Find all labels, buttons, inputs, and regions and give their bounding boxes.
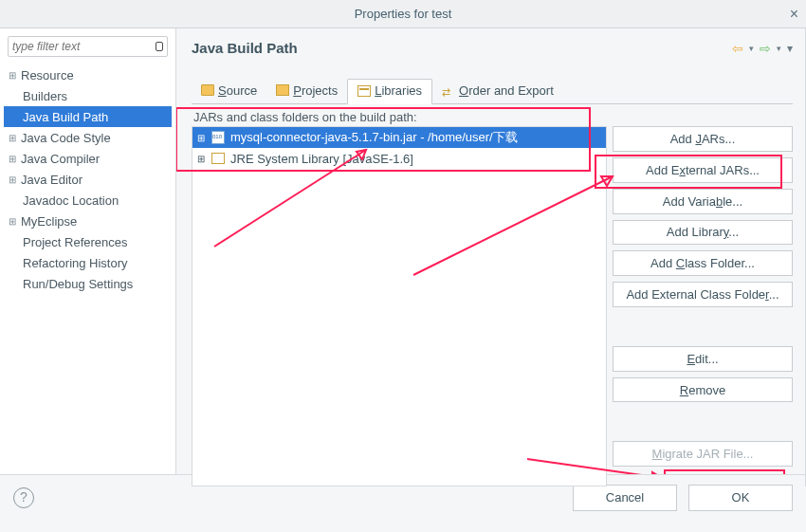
tree-item-java-code-style[interactable]: ⊞Java Code Style [4,127,172,148]
tree-item-java-compiler[interactable]: ⊞Java Compiler [4,148,172,169]
tab-order-export[interactable]: Order and Export [432,79,563,103]
close-icon[interactable]: × [790,0,798,28]
ok-button[interactable]: OK [688,485,793,511]
list-caption: JARs and class folders on the build path… [192,110,793,124]
help-icon[interactable]: ? [13,487,34,508]
tab-source[interactable]: SSourceource [192,79,266,103]
tab-bar: SSourceource Projects Libraries Order an… [192,79,793,104]
nav-back-menu-icon[interactable]: ▾ [749,44,754,53]
remove-button[interactable]: Remove [613,377,793,403]
svg-rect-2 [665,470,784,474]
add-variable-button[interactable]: Add Variable... [613,189,793,214]
projects-icon [276,84,289,96]
libraries-icon [357,85,371,97]
window-title: Properties for test [355,7,452,21]
tree-item-builders[interactable]: Builders [4,85,172,106]
tree-item-resource[interactable]: ⊞Resource [4,64,172,85]
add-external-class-folder-button[interactable]: Add External Class Folder... [613,282,793,307]
sidebar: ⊞Resource Builders Java Build Path ⊞Java… [0,28,176,474]
edit-button[interactable]: Edit... [613,346,793,372]
button-column: Add JARs... Add External JARs... Add Var… [613,126,793,467]
tree-item-myeclipse[interactable]: ⊞MyEclipse [4,211,172,231]
nav-forward-menu-icon[interactable]: ▾ [777,44,781,53]
tree-item-javadoc-location[interactable]: Javadoc Location [4,190,172,211]
view-menu-icon[interactable]: ▾ [787,42,793,55]
list-item-jre[interactable]: ⊞ JRE System Library [JavaSE-1.6] [192,148,606,169]
folder-icon [201,84,214,96]
tree-item-refactoring-history[interactable]: Refactoring History [4,252,172,273]
tab-libraries[interactable]: Libraries [347,79,432,104]
nav-back-icon[interactable]: ⇦ [732,41,743,56]
jar-icon [211,131,225,144]
list-item-jar[interactable]: ⊞ mysql-connector-java-5.1.7-bin.jar - /… [192,127,606,148]
expand-icon[interactable]: ⊞ [196,154,206,164]
tree-item-java-editor[interactable]: ⊞Java Editor [4,169,172,190]
add-external-jars-button[interactable]: Add External JARs... [613,157,793,183]
jre-label: JRE System Library [JavaSE-1.6] [230,152,413,166]
tab-projects[interactable]: Projects [266,79,347,103]
tree-item-run-debug-settings[interactable]: Run/Debug Settings [4,273,172,294]
build-path-list[interactable]: ⊞ mysql-connector-java-5.1.7-bin.jar - /… [192,126,607,486]
filter-box[interactable] [8,36,168,57]
library-icon [211,153,225,164]
add-class-folder-button[interactable]: Add Class Folder... [613,250,793,276]
tree-item-project-references[interactable]: Project References [4,231,172,252]
clear-icon[interactable] [156,42,163,51]
title-bar: Properties for test × [0,0,806,28]
order-icon [442,84,455,96]
tree-item-java-build-path[interactable]: Java Build Path [4,106,172,127]
page-title: Java Build Path [192,40,298,56]
add-library-button[interactable]: Add Library... [613,220,793,246]
nav-forward-icon[interactable]: ⇨ [760,41,771,56]
nav-icons: ⇦ ▾ ⇨ ▾ ▾ [732,41,793,56]
category-tree: ⊞Resource Builders Java Build Path ⊞Java… [4,64,172,294]
filter-input[interactable] [12,40,156,53]
jar-label: mysql-connector-java-5.1.7-bin.jar - /ho… [230,129,518,146]
expand-icon[interactable]: ⊞ [196,133,206,143]
cancel-button[interactable]: Cancel [573,485,677,511]
add-jars-button[interactable]: Add JARs... [613,126,793,152]
migrate-jar-button[interactable]: Migrate JAR File... [613,441,793,467]
